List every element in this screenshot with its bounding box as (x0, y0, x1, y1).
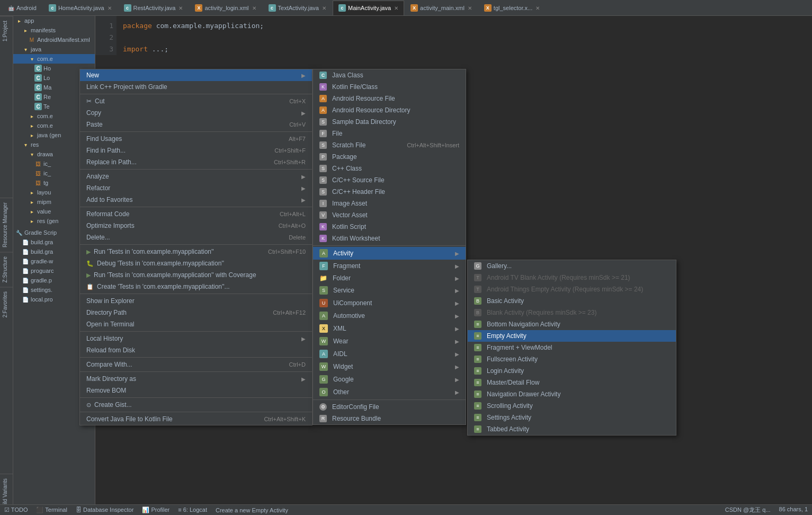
tab-text[interactable]: c TextActivity.java ✕ (263, 1, 332, 15)
submenu-new-other[interactable]: O Other ▶ (313, 386, 466, 398)
tab-rest[interactable]: c RestActivity.java ✕ (118, 1, 189, 15)
activity-fragment-viewmodel[interactable]: ≡ Fragment + ViewModel (468, 342, 676, 353)
tree-item-java[interactable]: ▾ java (13, 45, 95, 54)
tab-main[interactable]: c MainActivity.java ✕ (333, 1, 404, 15)
submenu-new-resource-bundle[interactable]: R Resource Bundle (313, 413, 466, 424)
menu-item-paste[interactable]: Paste Ctrl+V (80, 119, 312, 130)
menu-item-optimize-imports[interactable]: Optimize Imports Ctrl+Alt+O (80, 220, 312, 232)
menu-item-create-tests[interactable]: 📋 Create 'Tests in 'com.example.myapplic… (80, 281, 312, 292)
activity-bottom-nav[interactable]: ≡ Bottom Navigation Activity (468, 318, 676, 330)
menu-item-create-gist[interactable]: ⊙ Create Gist... (80, 399, 312, 411)
tab-close-main[interactable]: ✕ (394, 5, 398, 11)
menu-item-replace-in-path[interactable]: Replace in Path... Ctrl+Shift+R (80, 156, 312, 168)
submenu-new-activity[interactable]: A Activity ▶ (313, 247, 466, 260)
terminal-tab[interactable]: ⬛ Terminal (36, 507, 67, 513)
submenu-new-editorconfig[interactable]: ⚙ EditorConfig File (313, 401, 466, 413)
submenu-new-folder[interactable]: 📁 Folder ▶ (313, 272, 466, 284)
submenu-new-widget[interactable]: W Widget ▶ (313, 360, 466, 373)
menu-item-show-explorer[interactable]: Show in Explorer (80, 295, 312, 307)
submenu-new-sample-data[interactable]: S Sample Data Directory (313, 116, 466, 128)
tab-tgl[interactable]: X tgl_selector.x... ✕ (478, 1, 546, 15)
menu-item-compare-with[interactable]: Compare With... Ctrl+D (80, 359, 312, 370)
menu-item-reformat[interactable]: Reformat Code Ctrl+Alt+L (80, 208, 312, 220)
tab-close-home[interactable]: ✕ (108, 5, 112, 11)
tab-android[interactable]: 🤖 Android (2, 1, 42, 15)
menu-item-open-terminal[interactable]: Open in Terminal (80, 318, 312, 330)
activity-fullscreen[interactable]: ≡ Fullscreen Activity (468, 353, 676, 365)
tab-close-tgl[interactable]: ✕ (536, 5, 540, 11)
submenu-new-kotlin-script[interactable]: K Kotlin Script (313, 221, 466, 233)
menu-item-run-tests[interactable]: ▶ Run 'Tests in 'com.example.myapplicati… (80, 246, 312, 258)
tab-close-activity-login[interactable]: ✕ (252, 5, 256, 11)
activity-empty[interactable]: ≡ Empty Activity (468, 330, 676, 342)
submenu-new-service[interactable]: S Service ▶ (313, 284, 466, 297)
menu-item-remove-bom[interactable]: Remove BOM (80, 385, 312, 396)
submenu-new-cpp-header[interactable]: S C/C++ Header File (313, 186, 466, 198)
menu-item-copy[interactable]: Copy ▶ (80, 107, 312, 119)
activity-master-detail[interactable]: ≡ Master/Detail Flow (468, 377, 676, 388)
menu-item-find-in-path[interactable]: Find in Path... Ctrl+Shift+F (80, 145, 312, 156)
activity-tabbed[interactable]: ≡ Tabbed Activity (468, 423, 676, 435)
menu-item-directory-path[interactable]: Directory Path Ctrl+Alt+F12 (80, 307, 312, 318)
submenu-new-android-resource-file[interactable]: A Android Resource File (313, 93, 466, 104)
tree-item-androidmanifest[interactable]: M AndroidManifest.xml (13, 35, 95, 45)
menu-item-refactor[interactable]: Refactor ▶ (80, 182, 312, 194)
tab-close-rest[interactable]: ✕ (179, 5, 183, 11)
submenu-new-cpp-source[interactable]: S C/C++ Source File (313, 174, 466, 186)
submenu-new-google[interactable]: G Google ▶ (313, 373, 466, 386)
tab-activity-login[interactable]: X activity_login.xml ✕ (189, 1, 262, 15)
activity-android-tv-blank[interactable]: T Android TV Blank Activity (Requires mi… (468, 272, 676, 283)
submenu-new-aidl[interactable]: A AIDL ▶ (313, 348, 466, 360)
activity-scrolling[interactable]: ≡ Scrolling Activity (468, 400, 676, 412)
menu-item-link-cpp[interactable]: Link C++ Project with Gradle (80, 81, 312, 93)
menu-item-mark-dir[interactable]: Mark Directory as ▶ (80, 373, 312, 385)
activity-gallery[interactable]: G Gallery... (468, 260, 676, 272)
submenu-new-automotive[interactable]: A Automotive ▶ (313, 309, 466, 322)
side-tab-project[interactable]: 1:Project (0, 16, 13, 46)
menu-item-convert-kotlin[interactable]: Convert Java File to Kotlin File Ctrl+Al… (80, 413, 312, 425)
tree-item-com-e[interactable]: ▾ com.e (13, 54, 95, 64)
menu-item-delete[interactable]: Delete... Delete (80, 232, 312, 243)
tab-close-activity-main[interactable]: ✕ (468, 5, 472, 11)
activity-settings[interactable]: ≡ Settings Activity (468, 412, 676, 423)
tree-item-app[interactable]: ▸ app (13, 16, 95, 25)
activity-navigation-drawer[interactable]: ≡ Navigation Drawer Activity (468, 388, 676, 400)
profiler-tab[interactable]: 📊 Profiler (142, 507, 169, 513)
tab-activity-main[interactable]: X activity_main.xml ✕ (405, 1, 478, 15)
logcat-tab[interactable]: ≡ 6: Logcat (178, 507, 207, 513)
tab-close-text[interactable]: ✕ (322, 5, 326, 11)
submenu-new-fragment[interactable]: F Fragment ▶ (313, 260, 466, 272)
activity-blank[interactable]: B Blank Activity (Requires minSdk >= 23) (468, 307, 676, 318)
submenu-new-vector-asset[interactable]: V Vector Asset (313, 209, 466, 221)
activity-login[interactable]: ≡ Login Activity (468, 365, 676, 377)
side-tab-resource-manager[interactable]: Resource Manager (0, 198, 13, 252)
submenu-new-android-resource-dir[interactable]: A Android Resource Directory (313, 104, 466, 116)
menu-item-local-history[interactable]: Local History ▶ (80, 333, 312, 344)
tree-item-manifests[interactable]: ▸ manifests (13, 25, 95, 35)
menu-item-add-favorites[interactable]: Add to Favorites ▶ (80, 194, 312, 206)
menu-item-new[interactable]: New ▶ (80, 69, 312, 81)
menu-item-run-coverage[interactable]: ▶ Run 'Tests in 'com.example.myapplicati… (80, 269, 312, 281)
menu-item-find-usages[interactable]: Find Usages Alt+F7 (80, 133, 312, 145)
submenu-new-package[interactable]: P Package (313, 151, 466, 163)
submenu-new-wear[interactable]: W Wear ▶ (313, 335, 466, 348)
side-tab-favorites[interactable]: 2:Favorites (0, 287, 13, 322)
submenu-new-cpp-class[interactable]: S C++ Class (313, 163, 466, 174)
menu-item-cut[interactable]: ✂ Cut Ctrl+X (80, 95, 312, 107)
db-inspector-tab[interactable]: 🗄 Database Inspector (76, 507, 133, 513)
menu-item-reload-disk[interactable]: Reload from Disk (80, 344, 312, 356)
activity-android-things-empty[interactable]: T Android Things Empty Activity (Require… (468, 283, 676, 295)
submenu-new-image-asset[interactable]: I Image Asset (313, 198, 466, 209)
todo-tab[interactable]: ☑ TODO (4, 507, 28, 513)
menu-item-debug-tests[interactable]: 🐛 Debug 'Tests in 'com.example.myapplica… (80, 258, 312, 269)
submenu-new-file[interactable]: F File (313, 128, 466, 139)
submenu-new-kotlin-worksheet[interactable]: K Kotlin Worksheet (313, 233, 466, 244)
submenu-new-xml[interactable]: X XML ▶ (313, 322, 466, 335)
submenu-new-java-class[interactable]: C Java Class (313, 69, 466, 81)
submenu-new-kotlin-file[interactable]: K Kotlin File/Class (313, 81, 466, 93)
activity-basic[interactable]: B Basic Activity (468, 295, 676, 307)
menu-item-analyze[interactable]: Analyze ▶ (80, 171, 312, 182)
side-tab-structure[interactable]: Z:Structure (0, 252, 13, 287)
submenu-new-uicomponent[interactable]: U UiComponent ▶ (313, 297, 466, 309)
submenu-new-scratch[interactable]: S Scratch File Ctrl+Alt+Shift+Insert (313, 139, 466, 151)
